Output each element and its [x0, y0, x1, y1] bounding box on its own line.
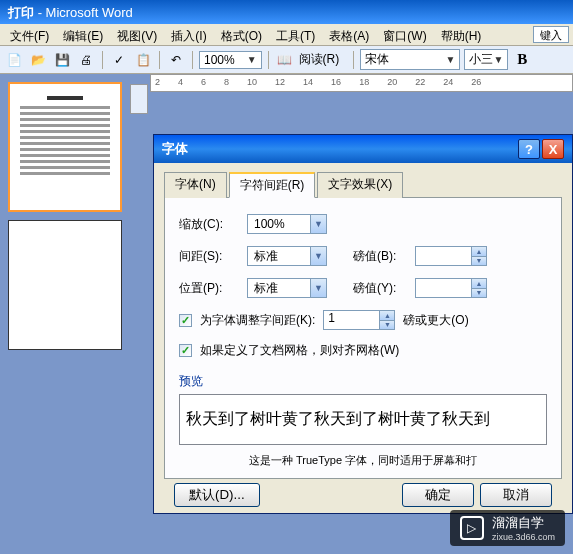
play-icon: ▷: [460, 516, 484, 540]
cancel-button[interactable]: 取消: [480, 483, 552, 507]
chevron-down-icon[interactable]: ▼: [310, 279, 326, 297]
menu-window[interactable]: 窗口(W): [377, 26, 432, 43]
spacing-combo[interactable]: 标准 ▼: [247, 246, 327, 266]
tab-text-effects[interactable]: 文字效果(X): [317, 172, 403, 198]
dialog-title: 字体: [162, 140, 516, 158]
menu-insert[interactable]: 插入(I): [165, 26, 212, 43]
watermark: ▷ 溜溜自学 zixue.3d66.com: [450, 510, 565, 546]
tab-font[interactable]: 字体(N): [164, 172, 227, 198]
spellcheck-icon[interactable]: ✓: [109, 50, 129, 70]
pound2-label: 磅值(Y):: [353, 280, 407, 297]
grid-label: 如果定义了文档网格，则对齐网格(W): [200, 342, 399, 359]
thumbnail-panel: [0, 74, 130, 554]
spin-down-icon[interactable]: ▼: [472, 257, 486, 266]
spin-up-icon[interactable]: ▲: [380, 311, 394, 321]
kerning-spinner[interactable]: 1 ▲▼: [323, 310, 395, 330]
position-combo[interactable]: 标准 ▼: [247, 278, 327, 298]
kerning-checkbox[interactable]: ✓: [179, 314, 192, 327]
font-name-selector[interactable]: 宋体▼: [360, 49, 460, 70]
scale-label: 缩放(C):: [179, 216, 239, 233]
preview-label: 预览: [179, 373, 547, 390]
kerning-suffix: 磅或更大(O): [403, 312, 468, 329]
new-doc-icon[interactable]: 📄: [4, 50, 24, 70]
dialog-tabs: 字体(N) 字符间距(R) 文字效果(X): [164, 171, 562, 198]
zoom-selector[interactable]: 100%▼: [199, 51, 262, 69]
chevron-down-icon: ▼: [445, 54, 455, 65]
chevron-down-icon: ▼: [247, 54, 257, 65]
print-icon[interactable]: 🖨: [76, 50, 96, 70]
preview-box: 秋天到了树叶黄了秋天到了树叶黄了秋天到: [179, 394, 547, 445]
menu-view[interactable]: 视图(V): [111, 26, 163, 43]
position-label: 位置(P):: [179, 280, 239, 297]
dialog-titlebar[interactable]: 字体 ? X: [154, 135, 572, 163]
pound1-spinner[interactable]: ▲▼: [415, 246, 487, 266]
watermark-url: zixue.3d66.com: [492, 532, 555, 542]
pound2-spinner[interactable]: ▲▼: [415, 278, 487, 298]
page-thumbnail-2[interactable]: [8, 220, 122, 350]
doc-title: 打印: [8, 5, 34, 20]
dialog-footer: 默认(D)... 确定 取消: [164, 479, 562, 507]
vertical-ruler[interactable]: [130, 84, 148, 114]
menu-table[interactable]: 表格(A): [323, 26, 375, 43]
preview-description: 这是一种 TrueType 字体，同时适用于屏幕和打: [179, 453, 547, 468]
ruler-marks: 2468101214161820222426: [155, 77, 568, 87]
save-icon[interactable]: 💾: [52, 50, 72, 70]
kerning-label: 为字体调整字间距(K):: [200, 312, 315, 329]
default-button[interactable]: 默认(D)...: [174, 483, 260, 507]
watermark-brand: 溜溜自学: [492, 514, 555, 532]
spin-down-icon[interactable]: ▼: [472, 289, 486, 298]
spin-down-icon[interactable]: ▼: [380, 321, 394, 330]
ok-button[interactable]: 确定: [402, 483, 474, 507]
menubar: 文件(F) 编辑(E) 视图(V) 插入(I) 格式(O) 工具(T) 表格(A…: [0, 24, 573, 46]
menu-tools[interactable]: 工具(T): [270, 26, 321, 43]
font-size-selector[interactable]: 小三▼: [464, 49, 508, 70]
horizontal-ruler[interactable]: 2468101214161820222426: [150, 74, 573, 92]
chevron-down-icon: ▼: [493, 54, 503, 65]
spin-up-icon[interactable]: ▲: [472, 279, 486, 289]
spacing-label: 间距(S):: [179, 248, 239, 265]
page-thumbnail-1[interactable]: [8, 82, 122, 212]
grid-checkbox[interactable]: ✓: [179, 344, 192, 357]
menu-help[interactable]: 帮助(H): [435, 26, 488, 43]
paste-icon[interactable]: 📋: [133, 50, 153, 70]
app-name: Microsoft Word: [46, 5, 133, 20]
tab-char-spacing[interactable]: 字符间距(R): [229, 172, 316, 198]
reading-icon[interactable]: 📖: [275, 50, 295, 70]
undo-icon[interactable]: ↶: [166, 50, 186, 70]
font-dialog: 字体 ? X 字体(N) 字符间距(R) 文字效果(X) 缩放(C): 100%…: [153, 134, 573, 514]
reading-label[interactable]: 阅读(R): [299, 51, 340, 68]
help-button[interactable]: ?: [518, 139, 540, 159]
pound1-label: 磅值(B):: [353, 248, 407, 265]
spin-up-icon[interactable]: ▲: [472, 247, 486, 257]
menu-format[interactable]: 格式(O): [215, 26, 268, 43]
type-question-box[interactable]: 键入: [533, 26, 569, 43]
chevron-down-icon[interactable]: ▼: [310, 247, 326, 265]
app-titlebar: 打印 - Microsoft Word: [0, 0, 573, 24]
close-button[interactable]: X: [542, 139, 564, 159]
menu-edit[interactable]: 编辑(E): [57, 26, 109, 43]
menu-file[interactable]: 文件(F): [4, 26, 55, 43]
toolbar: 📄 📂 💾 🖨 ✓ 📋 ↶ 100%▼ 📖 阅读(R) 宋体▼ 小三▼ B: [0, 46, 573, 74]
bold-button[interactable]: B: [512, 50, 532, 70]
open-icon[interactable]: 📂: [28, 50, 48, 70]
chevron-down-icon[interactable]: ▼: [310, 215, 326, 233]
form-panel: 缩放(C): 100% ▼ 间距(S): 标准 ▼ 磅值(B): ▲▼: [164, 198, 562, 479]
scale-combo[interactable]: 100% ▼: [247, 214, 327, 234]
